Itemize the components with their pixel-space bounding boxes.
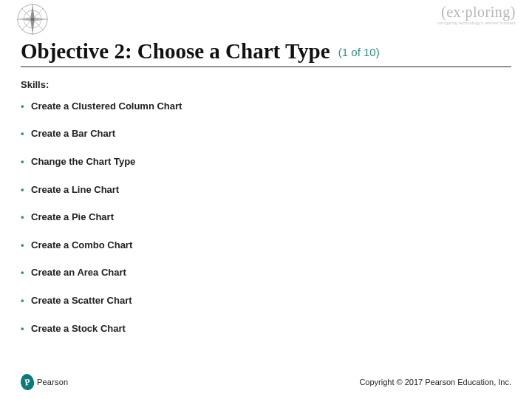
list-item: Create a Stock Chart <box>21 323 511 335</box>
list-item: Create a Clustered Column Chart <box>21 100 511 112</box>
page-title: Objective 2: Choose a Chart Type (1 of 1… <box>21 40 511 67</box>
brand-logo: (ex·ploring) navigating technology's new… <box>437 3 516 25</box>
compass-icon <box>16 3 49 35</box>
content-area: Skills: Create a Clustered Column Chart … <box>0 69 532 334</box>
copyright-text: Copyright © 2017 Pearson Education, Inc. <box>359 378 511 386</box>
pearson-text: Pearson <box>37 378 68 386</box>
pearson-logo: P Pearson <box>21 374 68 390</box>
list-item: Create a Pie Chart <box>21 211 511 223</box>
list-item: Create a Line Chart <box>21 184 511 196</box>
skills-label: Skills: <box>21 79 511 90</box>
title-section: Objective 2: Choose a Chart Type (1 of 1… <box>0 35 532 69</box>
title-counter: (1 of 10) <box>338 46 380 58</box>
list-item: Create a Bar Chart <box>21 128 511 140</box>
list-item: Create a Scatter Chart <box>21 295 511 307</box>
slide-header: (ex·ploring) navigating technology's new… <box>0 0 532 35</box>
brand-tagline: navigating technology's newest frontiers <box>437 21 516 25</box>
skill-list: Create a Clustered Column Chart Create a… <box>21 100 511 334</box>
list-item: Create an Area Chart <box>21 267 511 279</box>
svg-point-8 <box>31 18 35 21</box>
list-item: Change the Chart Type <box>21 156 511 168</box>
title-main: Objective 2: Choose a Chart Type <box>21 39 330 63</box>
pearson-icon: P <box>20 373 35 391</box>
slide-footer: P Pearson Copyright © 2017 Pearson Educa… <box>0 374 532 390</box>
list-item: Create a Combo Chart <box>21 239 511 251</box>
brand-text: (ex·ploring) <box>441 4 516 20</box>
